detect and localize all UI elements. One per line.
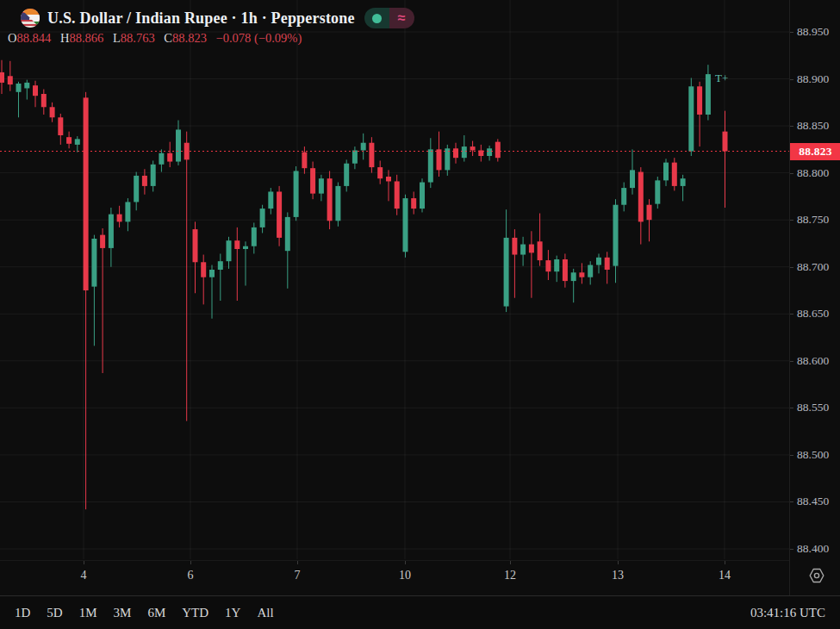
candle-body bbox=[167, 153, 172, 162]
candle-body bbox=[302, 153, 307, 169]
price-tick-label: 88.750 bbox=[797, 213, 840, 227]
price-scale-settings-button[interactable] bbox=[806, 565, 827, 586]
candle-body bbox=[218, 261, 223, 270]
candle-body bbox=[234, 240, 240, 249]
candle-body bbox=[681, 178, 686, 186]
symbol-title[interactable]: U.S. Dollar / Indian Rupee · 1h · Pepper… bbox=[47, 9, 355, 28]
time-tick-label: 10 bbox=[392, 569, 418, 582]
market-status-toggle[interactable]: ≈ bbox=[364, 8, 414, 28]
candle-body bbox=[361, 143, 366, 151]
candle-body bbox=[117, 215, 122, 222]
price-tick-mark bbox=[790, 220, 793, 221]
legend-open-value: 88.844 bbox=[16, 31, 51, 45]
legend-high-label: H bbox=[60, 31, 69, 45]
range-button-1d[interactable]: 1D bbox=[15, 606, 30, 620]
candle-body bbox=[621, 188, 626, 205]
candle-body bbox=[176, 129, 181, 161]
candle-body bbox=[437, 149, 442, 170]
range-button-6m[interactable]: 6M bbox=[147, 606, 165, 620]
time-tick-mark bbox=[297, 561, 298, 564]
candle-body bbox=[0, 72, 4, 83]
time-tick-mark bbox=[84, 561, 84, 564]
time-tick-label: 7 bbox=[284, 569, 310, 582]
legend-close-label: C bbox=[164, 31, 172, 45]
price-tick-label: 88.700 bbox=[797, 260, 840, 274]
trading-chart-app: T+ 88.823 88.95088.90088.85088.80088.750… bbox=[0, 0, 840, 629]
candle-body bbox=[605, 258, 610, 270]
candle-body bbox=[75, 139, 80, 145]
price-tick-label: 88.600 bbox=[797, 354, 840, 368]
candle-body bbox=[403, 198, 408, 252]
candle-body bbox=[277, 191, 282, 237]
candle-body bbox=[520, 245, 526, 255]
candle-body bbox=[638, 172, 644, 222]
market-status-dot-icon bbox=[364, 8, 389, 28]
price-tick-mark bbox=[790, 79, 793, 80]
range-button-1y[interactable]: 1Y bbox=[225, 606, 240, 620]
candle-body bbox=[134, 176, 139, 202]
range-button-1m[interactable]: 1M bbox=[79, 606, 97, 620]
price-tick-mark bbox=[790, 267, 793, 268]
candle-body bbox=[344, 164, 349, 186]
range-button-3m[interactable]: 3M bbox=[114, 606, 132, 620]
range-buttons: 1D5D1M3M6MYTD1YAll bbox=[15, 606, 290, 620]
price-tick-label: 88.800 bbox=[797, 166, 840, 180]
candle-body bbox=[142, 176, 147, 186]
candle-body bbox=[58, 117, 63, 135]
price-tick-mark bbox=[790, 32, 793, 33]
time-tick-mark bbox=[405, 561, 406, 564]
time-tick-label: 13 bbox=[605, 569, 631, 582]
range-button-5d[interactable]: 5D bbox=[47, 606, 62, 620]
price-tick-mark bbox=[790, 501, 793, 502]
current-price-label: 88.823 bbox=[790, 143, 840, 160]
candle-body bbox=[386, 177, 391, 181]
candle-body bbox=[335, 186, 340, 221]
chart-canvas[interactable]: T+ bbox=[0, 0, 789, 560]
time-tick-label: 4 bbox=[71, 569, 96, 582]
price-tick-mark bbox=[790, 173, 793, 174]
price-tick-label: 88.650 bbox=[797, 307, 840, 321]
time-axis[interactable]: 46710121314 bbox=[0, 560, 789, 595]
candle-body bbox=[672, 163, 677, 186]
price-tick-label: 88.450 bbox=[797, 495, 840, 508]
clock-utc[interactable]: 03:41:16 UTC bbox=[750, 606, 825, 620]
candle-body bbox=[420, 183, 425, 209]
candle-body bbox=[554, 259, 559, 271]
range-button-ytd[interactable]: YTD bbox=[182, 606, 208, 620]
candle-body bbox=[395, 181, 400, 209]
candle-body bbox=[663, 163, 669, 181]
candle-body bbox=[613, 205, 619, 266]
price-axis[interactable]: 88.823 88.95088.90088.85088.80088.75088.… bbox=[789, 0, 840, 595]
candle-body bbox=[268, 191, 273, 209]
candle-body bbox=[655, 180, 660, 203]
candle-body bbox=[377, 167, 383, 178]
candle-body bbox=[453, 148, 458, 158]
candle-body bbox=[504, 238, 509, 307]
range-button-all[interactable]: All bbox=[257, 606, 273, 620]
candle-body bbox=[209, 270, 215, 277]
price-tick-label: 88.500 bbox=[797, 448, 840, 462]
legend-high-value: 88.866 bbox=[69, 31, 103, 45]
candle-body bbox=[252, 227, 257, 246]
candle-body bbox=[310, 168, 315, 193]
usd-inr-flag-icon bbox=[21, 9, 40, 28]
candle-body bbox=[697, 86, 702, 115]
candle-body bbox=[470, 146, 476, 150]
price-tick-label: 88.900 bbox=[797, 72, 840, 86]
candle-body bbox=[84, 97, 89, 290]
price-tick-mark bbox=[790, 314, 793, 314]
approx-data-icon: ≈ bbox=[389, 8, 414, 28]
candle-body bbox=[285, 217, 290, 251]
price-tick-label: 88.950 bbox=[797, 25, 840, 39]
candle-body bbox=[125, 202, 130, 221]
candle-body bbox=[630, 170, 635, 188]
legend-open-label: O bbox=[8, 31, 16, 45]
candle-body bbox=[327, 178, 333, 221]
price-tick-mark bbox=[790, 361, 793, 362]
candle-body bbox=[8, 76, 13, 84]
candle-body bbox=[24, 83, 29, 89]
candle-body bbox=[462, 146, 467, 158]
candle-body bbox=[151, 165, 156, 186]
price-tick-label: 88.400 bbox=[797, 542, 840, 556]
candle-body bbox=[411, 198, 416, 209]
